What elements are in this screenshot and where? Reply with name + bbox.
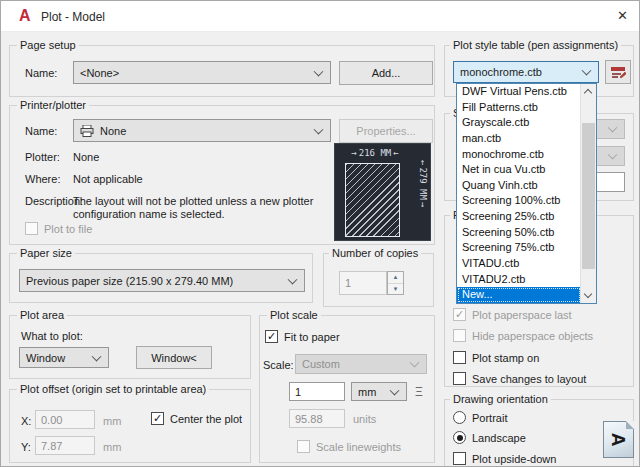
edit-plot-style-button[interactable]	[605, 60, 631, 84]
scale-combobox[interactable]: Custom	[295, 354, 427, 374]
plot-area-label: Plot area	[17, 309, 67, 321]
page-setup-name-combobox[interactable]: <None>	[73, 61, 331, 84]
scale-units-input[interactable]: 95.88	[289, 409, 345, 428]
plot-paperspace-last-label: Plot paperspace last	[472, 309, 572, 321]
hide-paperspace-objects-checkbox[interactable]: Hide paperspace objects	[453, 329, 593, 342]
chevron-down-icon	[410, 358, 420, 368]
scale-lineweights-checkbox[interactable]: Scale lineweights	[297, 440, 401, 453]
plot-stamp-on-checkbox[interactable]: Plot stamp on	[453, 351, 539, 364]
save-changes-to-layout-checkbox[interactable]: Save changes to layout	[453, 372, 586, 385]
radio-circle	[453, 411, 466, 424]
paper-preview: 216 MM 279 MM	[334, 143, 431, 241]
checkbox-box	[25, 222, 38, 235]
plot-upside-down-label: Plot upside-down	[472, 453, 556, 465]
checkbox-box: ✓	[265, 330, 278, 343]
scale-equals-icon: Ξ	[415, 385, 423, 399]
paper-size-label: Paper size	[17, 247, 75, 259]
spinner-down-icon[interactable]: ▼	[388, 283, 403, 295]
page-setup-label: Page setup	[17, 39, 79, 51]
what-to-plot-combobox[interactable]: Window	[19, 347, 109, 368]
orientation-page-icon: A	[603, 421, 634, 458]
paper-size-combobox[interactable]: Previous paper size (215.90 x 279.40 MM)	[19, 269, 305, 292]
copies-input[interactable]: 1	[339, 271, 387, 295]
chevron-down-icon	[92, 351, 102, 361]
checkbox-box	[453, 351, 466, 364]
ctb-option[interactable]: Screening 100%.ctb	[457, 193, 581, 209]
ctb-option[interactable]: Screening 75%.ctb	[457, 240, 581, 256]
checkbox-box	[453, 452, 466, 465]
checkbox-box	[297, 440, 310, 453]
plot-to-file-label: Plot to file	[44, 223, 92, 235]
scale-paper-input[interactable]: 1	[289, 382, 345, 401]
ctb-option-new-selected[interactable]: New...	[457, 287, 581, 303]
paper-height-dimension: 279 MM	[418, 160, 428, 207]
radio-circle	[453, 431, 466, 444]
ctb-option[interactable]: Screening 50%.ctb	[457, 225, 581, 241]
spinner-up-icon[interactable]: ▲	[388, 272, 403, 283]
ctb-option[interactable]: VITADU.ctb	[457, 256, 581, 272]
plot-scale-label: Plot scale	[267, 309, 321, 321]
scale-unit-combobox[interactable]: mm	[351, 382, 407, 401]
chevron-down-icon	[582, 66, 592, 76]
plot-offset-label: Plot offset (origin set to printable are…	[17, 383, 209, 395]
ctb-option[interactable]: Quang Vinh.ctb	[457, 178, 581, 194]
copies-label: Number of copies	[329, 247, 421, 259]
copies-stepper[interactable]: ▲ ▼	[387, 271, 404, 295]
printer-name-combobox[interactable]: None	[73, 119, 331, 142]
add-button[interactable]: Add...	[339, 61, 433, 85]
window-pick-button[interactable]: Window<	[136, 346, 212, 369]
center-the-plot-checkbox[interactable]: ✓ Center the plot	[151, 412, 242, 425]
plotter-label: Plotter:	[25, 151, 60, 163]
scrollbar-thumb[interactable]	[582, 123, 595, 269]
checkbox-box: ✓	[453, 308, 466, 321]
close-icon[interactable]: ✕	[617, 8, 628, 23]
drawing-orientation-label: Drawing orientation	[450, 393, 551, 405]
plot-upside-down-checkbox[interactable]: Plot upside-down	[453, 452, 556, 465]
check-icon: ✓	[153, 413, 162, 424]
scroll-up-icon[interactable]	[584, 89, 592, 97]
offset-y-unit: mm	[103, 441, 121, 453]
ctb-option[interactable]: Grayscale.ctb	[457, 115, 581, 131]
autocad-logo-icon: A	[19, 7, 31, 25]
paper-size-value: Previous paper size (215.90 x 279.40 MM)	[26, 275, 233, 287]
ctb-option[interactable]: Fill Patterns.ctb	[457, 100, 581, 116]
dropdown-scrollbar[interactable]	[580, 84, 596, 303]
ctb-option[interactable]: man.ctb	[457, 131, 581, 147]
plot-style-dropdown-list: DWF Virtual Pens.ctb Fill Patterns.ctb G…	[456, 83, 597, 304]
chevron-down-icon	[390, 385, 400, 395]
page-setup-name-label: Name:	[25, 67, 57, 79]
checkbox-box	[453, 329, 466, 342]
offset-x-input[interactable]: 0.00	[35, 410, 95, 429]
offset-y-label: Y:	[21, 441, 31, 453]
paper-width-dimension: 216 MM	[337, 148, 413, 158]
rotated-a-icon: A	[609, 433, 628, 447]
portrait-radio[interactable]: Portrait	[453, 411, 507, 424]
window-title: Plot - Model	[41, 10, 105, 24]
plot-style-combobox[interactable]: monochrome.ctb	[453, 61, 599, 83]
titlebar: A Plot - Model ✕	[1, 1, 640, 32]
where-label: Where:	[25, 173, 60, 185]
plot-dialog: A Plot - Model ✕ Page setup Name: <None>…	[0, 0, 640, 467]
scale-label: Scale:	[263, 359, 294, 371]
offset-x-unit: mm	[103, 415, 121, 427]
ctb-option[interactable]: DWF Virtual Pens.ctb	[457, 84, 581, 100]
fit-to-paper-checkbox[interactable]: ✓ Fit to paper	[265, 330, 340, 343]
plot-to-file-checkbox[interactable]: Plot to file	[25, 222, 92, 235]
portrait-label: Portrait	[472, 412, 507, 424]
offset-x-label: X:	[21, 415, 31, 427]
properties-button[interactable]: Properties...	[339, 119, 433, 143]
center-the-plot-label: Center the plot	[170, 413, 242, 425]
ctb-option[interactable]: Net in cua Vu.ctb	[457, 162, 581, 178]
ctb-option[interactable]: VITADU2.ctb	[457, 272, 581, 288]
landscape-radio[interactable]: Landscape	[453, 431, 526, 444]
checkbox-box	[453, 372, 466, 385]
check-icon: ✓	[455, 309, 464, 320]
plot-paperspace-last-checkbox[interactable]: ✓ Plot paperspace last	[453, 308, 572, 321]
ctb-option[interactable]: Screening 25%.ctb	[457, 209, 581, 225]
chevron-down-icon	[288, 274, 298, 284]
offset-y-input[interactable]: 7.87	[35, 436, 95, 455]
scroll-down-icon[interactable]	[584, 290, 592, 298]
page-fold	[626, 421, 634, 429]
ctb-option[interactable]: monochrome.ctb	[457, 147, 581, 163]
units-label: units	[353, 413, 376, 425]
